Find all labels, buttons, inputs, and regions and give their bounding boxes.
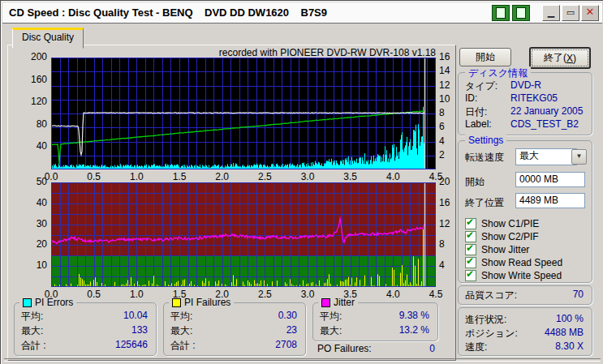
x-axis-tick: 3.5 (340, 171, 361, 182)
y-axis-left-tick: 120 (20, 96, 47, 107)
x-axis-tick: 0.5 (84, 289, 105, 300)
pi-errors-swatch (23, 298, 32, 307)
x-axis-tick: 4.5 (425, 289, 446, 300)
disc-info-title: ディスク情報 (465, 66, 531, 80)
y-axis-left-tick: 80 (20, 118, 47, 130)
position-value: 4488 MB (545, 327, 584, 338)
y-axis-left-tick: 20 (20, 238, 47, 250)
max-value: 13.2 % (399, 324, 429, 336)
pi-failures-group: PI Failures 平均:0.30 最大:23 合計 :2708 (163, 302, 306, 356)
speed-now-value: 8.30 X (555, 340, 584, 352)
y-axis-left-tick: 10 (20, 259, 47, 271)
title-bar: CD Speed : Disc Quality Test - BENQ DVD … (2, 2, 602, 24)
y-axis-right-tick: 4 (439, 135, 460, 147)
max-label: 最大: (320, 324, 342, 338)
progress-box: 進行状況:100 % ポジション:4488 MB 速度:8.30 X (458, 307, 592, 356)
po-failures-value: 0 (429, 343, 435, 354)
y-axis-right-tick: 8 (439, 107, 460, 118)
speed-select[interactable]: 最大 (515, 148, 577, 165)
checkbox-show-jitter[interactable]: Show Jitter (465, 243, 529, 255)
settings-group: Settings 転送速度 最大 ▼ 開始 0000 MB 終了位置 4489 … (458, 140, 592, 283)
y-axis-right-tick: 16 (439, 51, 460, 62)
jitter-swatch (321, 298, 330, 307)
speed-now-label: 速度: (465, 340, 487, 354)
x-axis-tick: 1.0 (126, 289, 147, 300)
pif-jitter-chart-canvas (51, 182, 436, 287)
disc-type-value: DVD-R (510, 79, 541, 91)
jitter-group: Jitter 平均:9.38 % 最大:13.2 % (312, 302, 438, 341)
checkbox-icon (465, 218, 476, 229)
x-axis-tick: 0.5 (84, 171, 105, 182)
y-axis-left-tick: 50 (20, 176, 47, 187)
x-axis-tick: 1.0 (126, 171, 147, 182)
x-axis-tick: 3.5 (340, 289, 361, 300)
drive-window-icon[interactable] (512, 5, 530, 21)
total-label: 合計 : (21, 339, 46, 353)
y-axis-right-tick: 20 (439, 176, 460, 187)
x-axis-tick: 2.5 (254, 171, 275, 182)
speed-select-dropdown-arrow[interactable]: ▼ (571, 149, 587, 165)
start-button[interactable]: 開始 (459, 48, 511, 66)
checkbox-show-c1-pie[interactable]: Show C1/PIE (465, 217, 539, 229)
end-pos-label: 終了位置 (465, 196, 504, 210)
disc-type-label: タイプ: (465, 79, 497, 93)
total-label: 合計 : (170, 339, 196, 353)
checkbox-show-read-speed[interactable]: Show Read Speed (465, 256, 562, 268)
y-axis-left-tick: 160 (20, 74, 47, 85)
chart-window-icon[interactable] (492, 5, 510, 21)
x-axis-tick: 2.0 (212, 289, 233, 300)
progress-value: 100 % (556, 313, 584, 324)
progress-label: 進行状況: (465, 313, 506, 327)
minimize-button[interactable]: ▁ (542, 5, 560, 21)
app-window: CD Speed : Disc Quality Test - BENQ DVD … (0, 0, 603, 364)
disc-label-label: Label: (465, 118, 492, 130)
y-axis-right-tick: 12 (439, 79, 460, 91)
pi-errors-group: PI Errors 平均:10.04 最大:133 合計 :125646 (14, 302, 157, 356)
max-value: 133 (131, 324, 148, 336)
avg-value: 10.04 (123, 310, 148, 321)
disc-id-value: RITEKG05 (510, 92, 558, 104)
speed-label: 転送速度 (465, 151, 504, 165)
checkbox-icon (465, 257, 476, 268)
max-value: 23 (286, 324, 297, 336)
x-axis-tick: 0.0 (41, 289, 62, 300)
y-axis-right-tick: 10 (439, 93, 460, 105)
exit-button[interactable]: 終了(X) (529, 47, 591, 69)
y-axis-left-tick: 30 (20, 218, 47, 229)
checkbox-icon (465, 270, 476, 281)
x-axis-tick: 4.0 (382, 171, 403, 182)
x-axis-tick: 2.0 (212, 171, 233, 182)
total-value: 125646 (115, 339, 148, 350)
po-failures-row: PO Failures: 0 (317, 343, 437, 355)
avg-label: 平均: (170, 310, 192, 323)
disc-date-value: 22 January 2005 (510, 105, 583, 117)
maximize-button[interactable]: ▭ (562, 5, 579, 21)
start-pos-label: 開始 (465, 175, 485, 189)
start-pos-field[interactable]: 0000 MB (515, 172, 585, 187)
po-failures-label: PO Failures: (317, 343, 372, 354)
total-value: 2708 (275, 339, 297, 350)
close-button[interactable]: ✕ (581, 5, 599, 21)
max-label: 最大: (21, 324, 43, 338)
y-axis-right-tick: 14 (439, 65, 460, 76)
checkbox-show-c2-pif[interactable]: Show C2/PIF (465, 230, 539, 242)
y-axis-right-tick: 8 (439, 238, 460, 250)
y-axis-left-tick: 40 (20, 140, 47, 152)
y-axis-right-tick: 4 (439, 259, 460, 271)
x-axis-tick: 4.0 (382, 289, 403, 300)
disc-id-label: ID: (465, 92, 477, 104)
quality-score-label: 品質スコア: (465, 289, 517, 302)
quality-score-value: 70 (573, 289, 584, 300)
avg-value: 0.30 (278, 310, 297, 321)
avg-value: 9.38 % (399, 310, 429, 321)
window-title: CD Speed : Disc Quality Test - BENQ DVD … (2, 6, 327, 19)
x-axis-tick: 3.0 (297, 289, 318, 300)
checkbox-icon (465, 231, 476, 242)
avg-label: 平均: (320, 310, 342, 323)
disc-date-label: 日付: (465, 105, 487, 119)
checkbox-show-write-speed[interactable]: Show Write Speed (465, 269, 562, 281)
x-axis-tick: 1.5 (169, 171, 190, 182)
end-pos-field[interactable]: 4489 MB (515, 193, 585, 208)
pie-speed-chart-canvas (51, 58, 436, 169)
tab-disc-quality[interactable]: Disc Quality (12, 28, 84, 49)
